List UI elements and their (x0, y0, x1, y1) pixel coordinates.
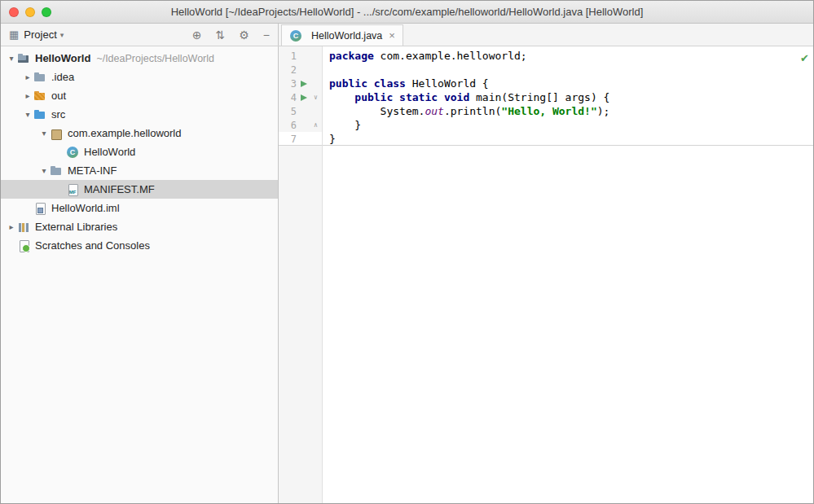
fold-marker-icon[interactable]: ∨ (310, 94, 321, 101)
code-line-1: package com.example.helloworld; (329, 49, 813, 63)
tree-item-label: META-INF (68, 164, 117, 177)
code-token: static (399, 91, 438, 103)
code-token: main(String[] args) { (469, 91, 609, 103)
code-token: ); (597, 105, 610, 117)
tree-item-label: com.example.helloworld (68, 127, 181, 139)
gutter-row-5: 5 (279, 104, 322, 118)
chevron-right-icon[interactable]: ▸ (22, 72, 33, 81)
close-tab-icon[interactable]: × (389, 29, 395, 42)
code-token: HelloWorld { (406, 77, 489, 90)
fold-marker-icon[interactable]: ∧ (310, 121, 321, 129)
tree-item-label: External Libraries (35, 221, 117, 233)
tree-item-label: HelloWorld (84, 146, 135, 158)
out-folder-icon (33, 90, 46, 103)
gutter-row-7: 7 (279, 132, 322, 146)
tree-item--idea[interactable]: ▸.idea (1, 68, 278, 86)
chevron-down-icon[interactable]: ▾ (38, 129, 50, 138)
project-view-selector[interactable]: Project (24, 28, 56, 41)
tree-item-label: MANIFEST.MF (84, 183, 155, 195)
hide-panel-icon[interactable]: − (263, 28, 270, 42)
window-title: HelloWorld [~/IdeaProjects/HelloWorld] -… (1, 6, 813, 18)
src-folder-icon (33, 108, 46, 121)
code-token: out (425, 105, 443, 117)
code-line-5: System.out.println("Hello, World!"); (329, 104, 813, 118)
tree-item-manifest-mf[interactable]: MANIFEST.MF (1, 180, 278, 199)
expand-collapse-icon[interactable]: ⇅ (216, 28, 226, 42)
close-window-button[interactable] (9, 7, 19, 17)
line-number: 3 (279, 78, 297, 90)
libraries-icon (17, 221, 30, 234)
tab-helloworld-java[interactable]: HelloWorld.java × (281, 24, 403, 46)
code-token: public (329, 77, 367, 90)
manifest-icon (66, 183, 79, 196)
tree-item-external-libraries[interactable]: ▸External Libraries (1, 217, 278, 236)
gutter-row-3: 3 (279, 77, 322, 90)
run-button[interactable] (301, 94, 307, 101)
run-gutter-cell (297, 94, 310, 101)
app-window: HelloWorld [~/IdeaProjects/HelloWorld] -… (0, 0, 814, 504)
tree-item-com-example-helloworld[interactable]: ▾com.example.helloworld (1, 124, 278, 142)
tree-item-label: src (51, 108, 65, 121)
main-area: ▾HelloWorld~/IdeaProjects/HelloWorld▸.id… (1, 46, 813, 503)
chevron-down-icon[interactable]: ▾ (38, 166, 50, 175)
gutter-row-2: 2 (279, 63, 322, 77)
tree-item-helloworld[interactable]: ▾HelloWorld~/IdeaProjects/HelloWorld (1, 49, 278, 68)
minimize-window-button[interactable] (25, 7, 35, 17)
code-token: package (329, 50, 374, 62)
code-token: } (329, 119, 361, 131)
code-token: "Hello, World!" (501, 105, 596, 117)
editor-gutter: 1234∨56∧7 (279, 46, 323, 503)
editor-tab-bar: HelloWorld.java × (279, 24, 813, 46)
tree-item-helloworld-iml[interactable]: HelloWorld.iml (1, 199, 278, 217)
line-number: 4 (279, 92, 297, 103)
chevron-down-icon[interactable]: ▾ (22, 110, 33, 119)
tree-item-out[interactable]: ▸out (1, 86, 278, 105)
code-area[interactable]: package com.example.helloworld; public c… (323, 46, 813, 503)
java-class-icon (289, 29, 301, 42)
chevron-right-icon[interactable]: ▸ (6, 222, 17, 231)
tree-item-label: out (51, 90, 66, 102)
line-number: 7 (279, 134, 297, 145)
tree-item-label: .idea (51, 71, 74, 83)
settings-gear-icon[interactable]: ⚙ (239, 28, 249, 42)
line-number: 2 (279, 64, 297, 76)
project-view-icon: ▦ (9, 28, 19, 41)
zoom-window-button[interactable] (42, 7, 51, 17)
project-folder-icon (17, 52, 30, 65)
tree-item-path: ~/IdeaProjects/HelloWorld (96, 53, 214, 64)
code-token: .println( (444, 105, 501, 117)
chevron-down-icon[interactable]: ▾ (6, 54, 17, 63)
tree-item-meta-inf[interactable]: ▾META-INF (1, 161, 278, 180)
class-icon (66, 146, 79, 159)
titlebar: HelloWorld [~/IdeaProjects/HelloWorld] -… (1, 1, 813, 24)
code-line-7: } (323, 132, 813, 146)
chevron-down-icon[interactable]: ▾ (60, 31, 64, 39)
package-icon (50, 127, 63, 140)
tree-item-label: HelloWorld.iml (51, 202, 120, 214)
gutter-row-1: 1 (279, 49, 322, 63)
tool-window-actions: ⊕ ⇅ ⚙ − (192, 28, 270, 42)
code-editor[interactable]: 1234∨56∧7 package com.example.helloworld… (279, 46, 813, 503)
code-token (367, 77, 374, 90)
tab-label: HelloWorld.java (311, 30, 382, 42)
tree-item-helloworld[interactable]: HelloWorld (1, 142, 278, 161)
top-row: ▦ Project ▾ ⊕ ⇅ ⚙ − HelloWorld.java × (1, 24, 813, 46)
tree-item-src[interactable]: ▾src (1, 105, 278, 124)
tree-item-scratches-and-consoles[interactable]: Scratches and Consoles (1, 236, 278, 255)
code-token (393, 91, 399, 103)
project-tool-window-header: ▦ Project ▾ ⊕ ⇅ ⚙ − (1, 24, 279, 46)
inspection-ok-icon[interactable]: ✔ (800, 52, 809, 64)
window-controls (9, 1, 51, 23)
code-token: class (374, 77, 406, 90)
scratches-icon (17, 239, 30, 252)
code-token (329, 91, 354, 103)
code-line-6: } (329, 118, 813, 132)
chevron-right-icon[interactable]: ▸ (22, 91, 33, 100)
tree-item-label: Scratches and Consoles (35, 239, 150, 252)
gutter-row-6: 6∧ (279, 118, 322, 132)
code-token: System. (329, 105, 425, 117)
code-token (438, 91, 444, 103)
code-line-3: public class HelloWorld { (329, 77, 813, 90)
run-button[interactable] (301, 81, 307, 87)
locate-file-icon[interactable]: ⊕ (192, 28, 202, 42)
